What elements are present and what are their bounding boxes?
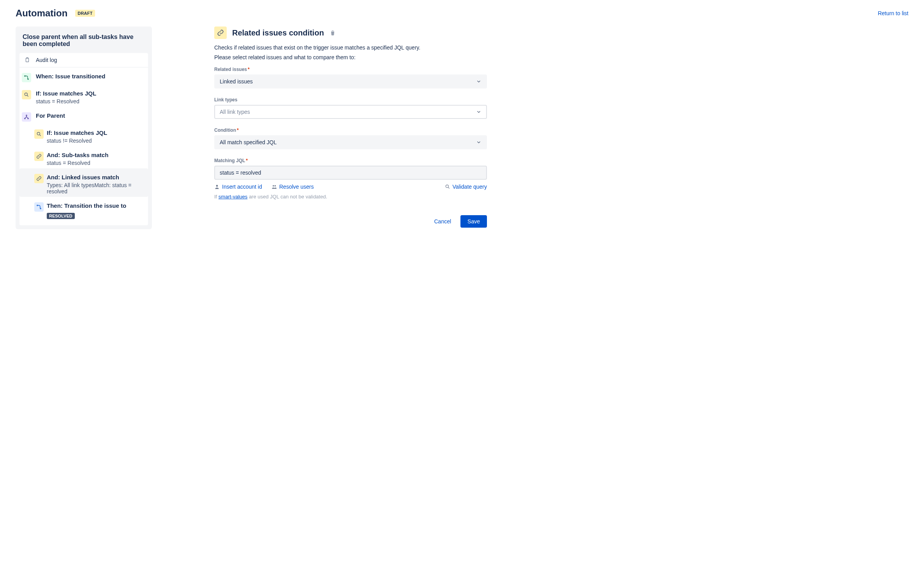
cond3-title: And: Sub-tasks match bbox=[47, 152, 146, 158]
audit-log-row[interactable]: Audit log bbox=[19, 53, 148, 67]
link-types-placeholder: All link types bbox=[220, 109, 250, 115]
detail-description: Checks if related issues that exist on t… bbox=[214, 44, 487, 52]
detail-title: Related issues condition bbox=[232, 28, 324, 37]
condition-label: Condition* bbox=[214, 127, 487, 133]
svg-point-2 bbox=[28, 79, 28, 80]
trigger-node[interactable]: When: Issue transitioned bbox=[19, 67, 148, 85]
search-icon bbox=[445, 184, 450, 189]
audit-log-label: Audit log bbox=[36, 57, 57, 63]
related-issues-select[interactable]: Linked issues bbox=[214, 74, 487, 88]
smart-values-link[interactable]: smart-values bbox=[219, 194, 247, 200]
action-title: Then: Transition the issue to bbox=[47, 202, 146, 209]
svg-point-7 bbox=[37, 132, 40, 135]
cond3-desc: status = Resolved bbox=[47, 160, 146, 166]
svg-point-13 bbox=[446, 185, 448, 187]
rule-name[interactable]: Close parent when all sub-tasks have bee… bbox=[16, 27, 152, 53]
chevron-down-icon bbox=[476, 79, 481, 84]
matching-jql-input[interactable] bbox=[214, 166, 487, 180]
flow-icon bbox=[22, 73, 31, 82]
flow-icon bbox=[34, 202, 44, 212]
branch-node[interactable]: For Parent bbox=[19, 107, 148, 124]
svg-point-6 bbox=[28, 118, 28, 119]
detail-panel: Related issues condition Checks if relat… bbox=[214, 27, 487, 228]
validate-query-link[interactable]: Validate query bbox=[445, 184, 487, 190]
branch-icon bbox=[22, 112, 31, 122]
svg-point-12 bbox=[274, 185, 276, 187]
related-issues-value: Linked issues bbox=[220, 78, 253, 85]
search-icon bbox=[34, 129, 44, 139]
people-icon bbox=[272, 184, 277, 189]
draft-badge: DRAFT bbox=[75, 10, 95, 17]
save-button[interactable]: Save bbox=[460, 215, 487, 228]
clipboard-icon bbox=[24, 57, 30, 63]
cancel-button[interactable]: Cancel bbox=[428, 215, 457, 228]
cond4-title: And: Linked issues match bbox=[47, 174, 146, 180]
svg-point-1 bbox=[25, 76, 25, 76]
action-transition-node[interactable]: Then: Transition the issue to RESOLVED bbox=[19, 197, 148, 221]
condition-subtasks-node[interactable]: And: Sub-tasks match status = Resolved bbox=[19, 146, 148, 168]
cond2-desc: status != Resolved bbox=[47, 138, 146, 144]
detail-subtext: Please select related issues and what to… bbox=[214, 54, 487, 60]
page-title: Automation bbox=[16, 8, 67, 19]
link-icon bbox=[34, 174, 44, 183]
svg-rect-0 bbox=[26, 58, 29, 62]
link-types-select[interactable]: All link types bbox=[214, 105, 487, 119]
rule-sidebar: Close parent when all sub-tasks have bee… bbox=[16, 27, 152, 229]
cond4-desc: Types: All link typesMatch: status = res… bbox=[47, 182, 146, 195]
branch-title: For Parent bbox=[36, 112, 146, 119]
cond1-desc: status = Resolved bbox=[36, 98, 146, 104]
chevron-down-icon bbox=[476, 109, 481, 115]
svg-point-11 bbox=[273, 185, 274, 187]
link-types-label: Link types bbox=[214, 97, 487, 103]
chevron-down-icon bbox=[476, 140, 481, 145]
condition-value: All match specified JQL bbox=[220, 139, 277, 145]
condition-jql-node[interactable]: If: Issue matches JQL status = Resolved bbox=[19, 85, 148, 107]
trash-icon[interactable] bbox=[330, 30, 336, 36]
svg-point-4 bbox=[26, 115, 27, 116]
search-icon bbox=[22, 90, 31, 99]
return-to-list-link[interactable]: Return to list bbox=[878, 10, 908, 16]
link-icon bbox=[34, 152, 44, 161]
smart-values-note: If smart-values are used JQL can not be … bbox=[214, 194, 487, 200]
related-issues-label: Related issues* bbox=[214, 67, 487, 72]
trigger-title: When: Issue transitioned bbox=[36, 73, 146, 80]
cond1-title: If: Issue matches JQL bbox=[36, 90, 146, 97]
svg-point-9 bbox=[40, 208, 41, 209]
svg-point-5 bbox=[25, 118, 25, 119]
cond2-title: If: Issue matches JQL bbox=[47, 129, 146, 136]
insert-account-id-link[interactable]: Insert account id bbox=[214, 184, 262, 190]
condition-jql-node-2[interactable]: If: Issue matches JQL status != Resolved bbox=[19, 124, 148, 146]
condition-select[interactable]: All match specified JQL bbox=[214, 135, 487, 149]
matching-jql-label: Matching JQL* bbox=[214, 158, 487, 163]
svg-point-3 bbox=[25, 93, 27, 96]
status-lozenge: RESOLVED bbox=[47, 213, 75, 219]
condition-linked-node[interactable]: And: Linked issues match Types: All link… bbox=[19, 168, 148, 197]
person-icon bbox=[214, 184, 220, 189]
svg-point-10 bbox=[216, 185, 218, 187]
svg-point-8 bbox=[37, 205, 38, 206]
resolve-users-link[interactable]: Resolve users bbox=[272, 184, 314, 190]
link-icon bbox=[214, 27, 227, 39]
